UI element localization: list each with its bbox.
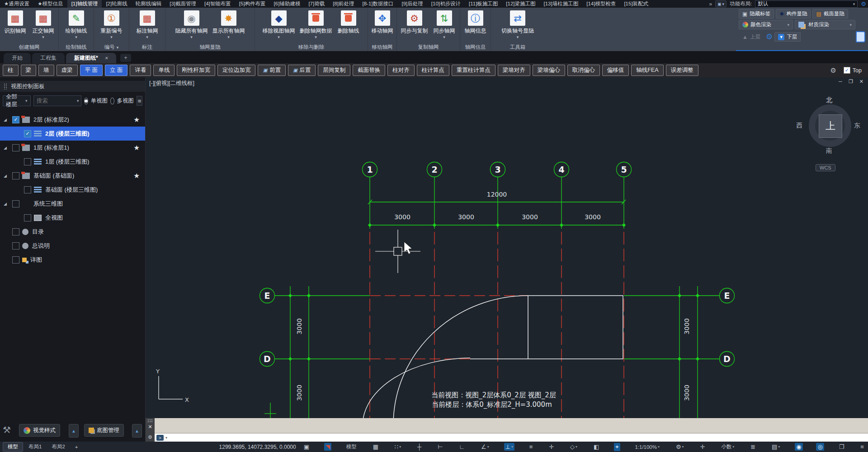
visibility-checkbox[interactable]: ✓: [12, 228, 19, 235]
tools-icon[interactable]: ⚒: [3, 424, 11, 435]
menu-item[interactable]: [10]初步设计: [427, 0, 465, 8]
visibility-checkbox[interactable]: ✓: [12, 116, 19, 123]
compass-west-label[interactable]: 西: [796, 122, 802, 130]
toolbar-button[interactable]: ▣ 前置: [258, 65, 285, 76]
tree-item[interactable]: ◢ ✓ 1层 (标准层1) ★: [0, 141, 145, 155]
chevron-down-icon[interactable]: ▾: [146, 35, 148, 39]
polar-tracking-icon[interactable]: ∠ ▾: [480, 443, 491, 451]
viewport-close-icon[interactable]: ✕: [859, 79, 863, 85]
toolbar-settings-gear-icon[interactable]: ⚙: [830, 66, 836, 75]
tree-item[interactable]: ◢ ✓ 基础面 (基础面) ★: [0, 169, 145, 183]
ortho-mode-icon[interactable]: ∟ ▾: [458, 443, 466, 451]
toolbar-button[interactable]: ▣ 刚性杆加宽: [177, 65, 215, 76]
toolbar-button[interactable]: ▣ 柱计算点: [417, 65, 449, 76]
ribbon-button[interactable]: ▦ 正交轴网 ▾: [30, 10, 57, 40]
drag-grip-icon[interactable]: [4, 83, 7, 89]
ribbon-button[interactable]: 删除轴网数据 ▾: [298, 10, 334, 40]
layout-tab[interactable]: 布局1: [24, 443, 46, 451]
toolbar-button[interactable]: ▣ 梁墙偏心: [533, 65, 565, 76]
model-space-button[interactable]: 模型 ▾: [345, 443, 358, 451]
graphics-performance-icon[interactable]: ◉ ▾: [795, 443, 802, 451]
menu-item[interactable]: ★通用设置: [0, 0, 33, 8]
menu-item[interactable]: [11]板施工图: [465, 0, 502, 8]
ribbon-button[interactable]: ✎ 绘制轴线 ▾: [63, 10, 90, 40]
crosshair-icon[interactable]: ✛ ▾: [698, 443, 706, 451]
workspace-gear-icon[interactable]: ⚙ ▾: [675, 443, 685, 451]
units-button[interactable]: 小数 ▾: [720, 443, 736, 451]
ribbon-button[interactable]: ✥ 移动轴网 ▾: [369, 10, 396, 40]
viewport-view-label[interactable]: [-][俯视][二维线框]: [149, 80, 194, 87]
command-close-icon[interactable]: ✕: [148, 424, 152, 430]
ribbon-button[interactable]: ◉ 隐藏所有轴网 ▾: [174, 10, 209, 40]
ucs-toggle-icon[interactable]: ◥ ▾: [324, 443, 331, 451]
command-input[interactable]: [169, 434, 868, 442]
viewport-restore-icon[interactable]: ❐: [849, 79, 853, 85]
lineweight-icon[interactable]: ≡ ▾: [528, 443, 534, 451]
object-snap-tracking-icon[interactable]: ✛ ▾: [547, 443, 555, 451]
toolbar-button[interactable]: ▣ 截面替换: [353, 65, 385, 76]
base-map-button[interactable]: 底图管理: [84, 424, 124, 437]
toolbar-button[interactable]: ▣ 柱: [3, 65, 19, 76]
infer-constraints-icon[interactable]: ┼ ▾: [416, 443, 423, 451]
menu-item[interactable]: [5]构件布置: [235, 0, 270, 8]
ribbon-button[interactable]: ⇅ 同步轴网 ▾: [431, 10, 458, 40]
hamburger-menu-icon[interactable]: ≡ ▾: [859, 443, 865, 451]
toolbar-button[interactable]: ▣ 层间复制: [318, 65, 350, 76]
toolbar-button[interactable]: ▣ 详看: [130, 65, 151, 76]
menu-overflow-icon[interactable]: »: [709, 1, 712, 7]
expander-icon[interactable]: ◢: [4, 174, 9, 178]
toolbar-button[interactable]: ▣ 定位边加宽: [217, 65, 256, 76]
tree-item[interactable]: ◢ ✓ 2层 (楼层三维图) ★: [0, 127, 145, 141]
ribbon-button[interactable]: ▦ 识别轴网 ▾: [2, 10, 28, 40]
command-grip-icon[interactable]: [147, 419, 153, 423]
expander-icon[interactable]: ◢: [4, 202, 9, 206]
hide-labels-button[interactable]: ▣隐藏标签: [739, 9, 774, 19]
favorite-star-icon[interactable]: ★: [134, 144, 140, 152]
visibility-checkbox[interactable]: ✓: [24, 130, 31, 137]
base-map-expand-button[interactable]: ▲: [132, 424, 142, 438]
toolbar-button[interactable]: ▣ 立 面: [105, 65, 127, 76]
toolbar-button[interactable]: ▣ 平 面: [80, 65, 103, 76]
menu-item[interactable]: [8-1]数据接口: [359, 0, 398, 8]
tree-item[interactable]: ◢ ✓ 基础面 (楼层三维图) ★: [0, 183, 145, 197]
expander-icon[interactable]: ◢: [4, 146, 9, 150]
menu-item[interactable]: ★模型信息: [33, 0, 67, 8]
layout-tab[interactable]: +: [71, 443, 83, 451]
compass-top-face[interactable]: 上: [819, 114, 842, 138]
command-prompt-icon[interactable]: >: [156, 435, 164, 441]
tree-item[interactable]: ◢ ✓ 1层 (楼层三维图) ★: [0, 155, 145, 169]
ribbon-button[interactable]: ① 重新编号 ▾: [99, 10, 125, 40]
menu-item[interactable]: [9]后处理: [398, 0, 427, 8]
material-render-button[interactable]: 材质渲染▾: [795, 20, 855, 29]
visibility-checkbox[interactable]: ✓: [24, 158, 31, 165]
toolbar-button[interactable]: ▣ 梁: [21, 65, 37, 76]
chevron-down-icon[interactable]: ▾: [75, 35, 77, 39]
image-frame-icon[interactable]: ▣ ▾: [302, 443, 311, 451]
tree-item[interactable]: ◢ ✓ 系统三维图 ★: [0, 197, 145, 211]
layout-tab[interactable]: 模型: [3, 442, 23, 452]
layer-panel-icon[interactable]: ▤ ▾: [770, 443, 781, 451]
favorite-star-icon[interactable]: ★: [134, 172, 140, 180]
document-tab[interactable]: 开始 ✕: [4, 53, 31, 63]
chevron-down-icon[interactable]: ▾: [278, 35, 280, 39]
compass-east-label[interactable]: 东: [854, 122, 860, 130]
menu-item[interactable]: [14]模型检查: [582, 0, 620, 8]
multi-view-radio[interactable]: [110, 98, 114, 104]
object-snap-icon[interactable]: ⊥ ▾: [504, 443, 514, 451]
settings-gear-icon[interactable]: ⚙: [861, 0, 866, 7]
tree-item[interactable]: ◢ ✓ 2层 (标准层2) ★: [0, 113, 145, 127]
favorite-star-icon[interactable]: ★: [134, 116, 140, 124]
ribbon-style-button[interactable]: ▣▾: [715, 0, 726, 7]
dynamic-ucs-icon[interactable]: ◧ ▾: [592, 443, 600, 451]
ribbon-button[interactable]: ▦ 标注轴网 ▾: [134, 10, 160, 40]
chevron-down-icon[interactable]: ▾: [227, 35, 230, 39]
visibility-checkbox[interactable]: ✓: [12, 172, 19, 179]
chevron-down-icon[interactable]: ▾: [443, 35, 445, 39]
tree-item[interactable]: ◢ ✓ 目录 ★: [0, 225, 145, 239]
panel-header[interactable]: 视图控制面板: [0, 81, 145, 92]
view-list-button[interactable]: ≡: [137, 96, 142, 106]
visibility-checkbox[interactable]: ✓: [12, 200, 19, 207]
visual-style-button[interactable]: 视觉样式: [19, 424, 60, 437]
member-visibility-button[interactable]: ✸构件显隐: [776, 9, 811, 19]
ribbon-button[interactable]: ✸ 显示所有轴网 ▾: [211, 10, 246, 40]
